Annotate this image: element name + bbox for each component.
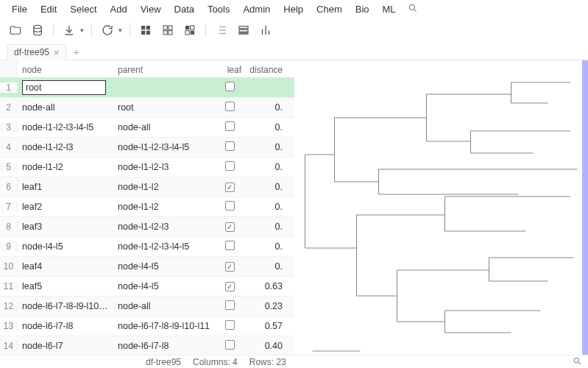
menu-admin[interactable]: Admin: [237, 2, 276, 16]
cell-distance[interactable]: 0.: [243, 159, 287, 175]
cell-parent[interactable]: node-l4-l5: [113, 258, 216, 275]
checkbox-icon[interactable]: [225, 241, 235, 250]
checkbox-icon[interactable]: [225, 340, 235, 350]
cell-parent[interactable]: node-l1-l2-l3-l4-l5: [113, 238, 216, 255]
add-tab-button[interactable]: +: [71, 46, 82, 58]
search-icon[interactable]: [408, 3, 418, 15]
col-header-parent[interactable]: parent: [113, 60, 216, 77]
menu-data[interactable]: Data: [169, 2, 200, 16]
col-header-node[interactable]: node: [18, 60, 113, 77]
cell-parent[interactable]: node-l6-l7-l8: [113, 338, 216, 354]
checkbox-icon[interactable]: [225, 121, 235, 131]
cell-node[interactable]: leaf3: [18, 219, 113, 235]
table-row[interactable]: 1root: [0, 78, 294, 98]
checkbox-icon[interactable]: [225, 82, 235, 91]
cell-parent[interactable]: node-all: [113, 298, 216, 314]
cell-node[interactable]: leaf5: [18, 278, 113, 294]
grid-small-icon[interactable]: [160, 22, 176, 38]
close-icon[interactable]: ×: [54, 47, 60, 58]
rows-icon[interactable]: [235, 22, 252, 38]
table-row[interactable]: 12node-l6-l7-l8-l9-l10-l11node-all0.23: [0, 297, 294, 316]
bars-icon[interactable]: [258, 22, 274, 38]
table-row[interactable]: 9node-l4-l5node-l1-l2-l3-l4-l50.: [0, 237, 294, 257]
grid-large-icon[interactable]: [138, 22, 154, 38]
viz-scroll-vertical[interactable]: [582, 60, 588, 355]
cell-distance[interactable]: 0.: [243, 179, 287, 195]
cell-parent[interactable]: node-all: [113, 119, 216, 135]
cell-parent[interactable]: node-l1-l2: [113, 179, 216, 195]
menu-ml[interactable]: ML: [377, 2, 402, 16]
cell-distance[interactable]: 0.63: [243, 278, 287, 294]
cell-distance[interactable]: 0.: [243, 199, 287, 215]
checkbox-icon[interactable]: [225, 102, 235, 111]
cell-node[interactable]: node-l1-l2-l3: [18, 139, 113, 155]
cell-node[interactable]: node-l1-l2: [18, 159, 113, 175]
table-row[interactable]: 11leaf5node-l4-l50.63: [0, 277, 294, 297]
menu-bio[interactable]: Bio: [350, 2, 375, 16]
cell-distance[interactable]: 0.: [243, 238, 287, 255]
table-row[interactable]: 2node-allroot0.: [0, 98, 294, 118]
cell-distance[interactable]: 0.: [243, 139, 287, 155]
cell-leaf[interactable]: [216, 138, 243, 156]
cell-node[interactable]: leaf1: [18, 179, 113, 195]
checkbox-icon[interactable]: [225, 300, 235, 310]
cell-distance[interactable]: 0.: [243, 119, 287, 135]
cell-leaf[interactable]: [216, 158, 243, 176]
cell-distance[interactable]: 0.40: [243, 338, 287, 354]
menu-help[interactable]: Help: [277, 2, 309, 16]
cell-leaf[interactable]: [216, 198, 243, 216]
cell-node[interactable]: node-l6-l7: [18, 338, 113, 354]
checkbox-icon[interactable]: [225, 141, 235, 151]
chevron-down-icon[interactable]: ▾: [118, 26, 122, 34]
checkbox-icon[interactable]: [225, 161, 235, 171]
download-icon[interactable]: [61, 22, 77, 38]
checkbox-icon[interactable]: [225, 320, 235, 330]
cell-leaf[interactable]: [216, 297, 243, 315]
cell-node[interactable]: root: [18, 78, 113, 98]
cell-parent[interactable]: [113, 85, 216, 91]
col-header-leaf[interactable]: leaf: [216, 60, 243, 77]
cell-node[interactable]: node-l6-l7-l8: [18, 318, 113, 334]
cell-parent[interactable]: node-l4-l5: [113, 278, 216, 294]
cell-node[interactable]: node-all: [18, 99, 113, 116]
cell-leaf[interactable]: [216, 79, 243, 96]
cell-node[interactable]: node-l1-l2-l3-l4-l5: [18, 119, 113, 135]
menu-add[interactable]: Add: [105, 2, 133, 16]
grid-body[interactable]: 1root2node-allroot0.3node-l1-l2-l3-l4-l5…: [0, 78, 294, 355]
refresh-icon[interactable]: [99, 22, 116, 38]
cell-leaf[interactable]: [216, 219, 243, 235]
cell-leaf[interactable]: [216, 317, 243, 335]
menu-edit[interactable]: Edit: [35, 2, 63, 16]
database-icon[interactable]: [29, 22, 46, 38]
cell-distance[interactable]: 0.: [243, 219, 287, 235]
cell-node[interactable]: node-l6-l7-l8-l9-l10-l11: [18, 298, 113, 314]
table-row[interactable]: 10leaf4node-l4-l50.: [0, 257, 294, 277]
table-row[interactable]: 8leaf3node-l1-l2-l30.: [0, 217, 294, 237]
menu-tools[interactable]: Tools: [202, 2, 235, 16]
table-row[interactable]: 3node-l1-l2-l3-l4-l5node-all0.: [0, 118, 294, 138]
col-header-distance[interactable]: distance: [243, 60, 287, 77]
cell-parent[interactable]: node-l1-l2-l3: [113, 159, 216, 175]
list-icon[interactable]: [213, 22, 230, 38]
open-folder-icon[interactable]: [7, 22, 24, 38]
cell-parent[interactable]: root: [113, 99, 216, 116]
menu-view[interactable]: View: [135, 2, 167, 16]
cell-leaf[interactable]: [216, 258, 243, 275]
cell-leaf[interactable]: [216, 179, 243, 195]
tab-active[interactable]: df-tree95 ×: [7, 44, 66, 60]
table-row[interactable]: 7leaf2node-l1-l20.: [0, 197, 294, 217]
cell-leaf[interactable]: [216, 238, 243, 255]
dendrogram-svg[interactable]: [294, 60, 588, 355]
checkbox-icon[interactable]: [225, 183, 235, 192]
cell-distance[interactable]: 0.: [243, 258, 287, 275]
cell-leaf[interactable]: [216, 337, 243, 355]
cell-node[interactable]: leaf4: [18, 258, 113, 275]
table-row[interactable]: 13node-l6-l7-l8node-l6-l7-l8-l9-l10-l110…: [0, 316, 294, 336]
cell-leaf[interactable]: [216, 99, 243, 116]
cell-node[interactable]: node-l4-l5: [18, 238, 113, 255]
cell-parent[interactable]: node-l1-l2: [113, 199, 216, 215]
menu-file[interactable]: File: [6, 2, 33, 16]
cell-distance[interactable]: 0.: [243, 99, 287, 116]
grid-mixed-icon[interactable]: [182, 22, 198, 38]
checkbox-icon[interactable]: [225, 282, 235, 291]
